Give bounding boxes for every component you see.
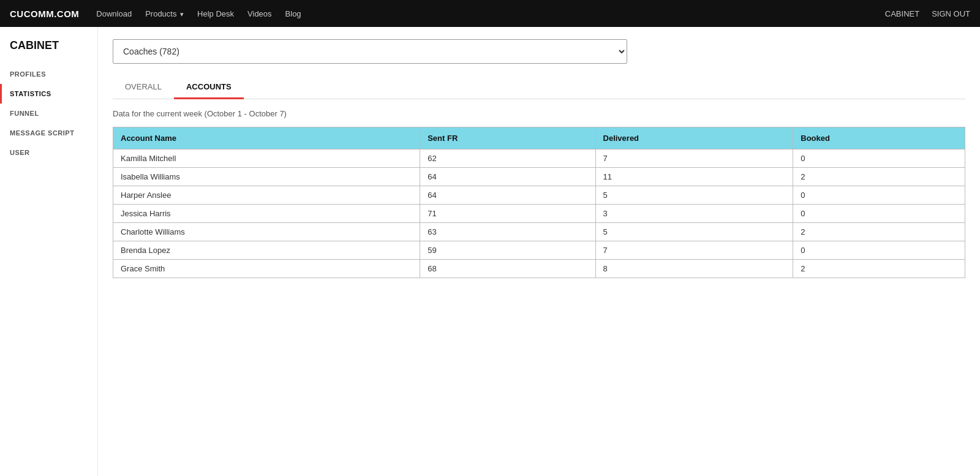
cell-sent_fr-0: 62 [420, 149, 595, 168]
coaches-dropdown[interactable]: Coaches (782) [113, 39, 627, 64]
sidebar-item-user[interactable]: USER [0, 143, 97, 162]
cell-sent_fr-3: 71 [420, 205, 595, 223]
cell-sent_fr-1: 64 [420, 168, 595, 186]
navbar-left: CUCOMM.COM Download Products ▾ Help Desk… [10, 9, 301, 19]
cell-booked-5: 0 [793, 241, 965, 260]
cell-delivered-0: 7 [595, 149, 793, 168]
table-row: Grace Smith6882 [113, 260, 965, 278]
tabs: OVERALL ACCOUNTS [113, 76, 965, 99]
cell-account_name-1: Isabella Williams [113, 168, 420, 186]
nav-blog[interactable]: Blog [285, 9, 301, 18]
cell-sent_fr-5: 59 [420, 241, 595, 260]
navbar-links: Download Products ▾ Help Desk Videos Blo… [96, 9, 301, 18]
col-header-account-name: Account Name [113, 127, 420, 149]
layout: CABINET PROFILES STATISTICS FUNNEL MESSA… [0, 27, 980, 476]
table-header-row: Account Name Sent FR Delivered Booked [113, 127, 965, 149]
statistics-table: Account Name Sent FR Delivered Booked Ka… [113, 127, 965, 278]
col-header-sent-fr: Sent FR [420, 127, 595, 149]
navbar-right: CABINET SIGN OUT [885, 9, 970, 18]
nav-cabinet[interactable]: CABINET [885, 9, 919, 18]
nav-sign-out[interactable]: SIGN OUT [932, 9, 970, 18]
table-row: Kamilla Mitchell6270 [113, 149, 965, 168]
sidebar-item-message-script[interactable]: MESSAGE SCRIPT [0, 123, 97, 143]
cell-booked-1: 2 [793, 168, 965, 186]
tab-overall[interactable]: OVERALL [113, 76, 174, 99]
products-arrow-icon: ▾ [180, 10, 184, 18]
coaches-dropdown-wrapper: Coaches (782) [113, 39, 965, 64]
cell-account_name-0: Kamilla Mitchell [113, 149, 420, 168]
cell-delivered-6: 8 [595, 260, 793, 278]
cell-sent_fr-4: 63 [420, 223, 595, 241]
nav-help-desk[interactable]: Help Desk [197, 9, 234, 18]
cell-account_name-4: Charlotte Williams [113, 223, 420, 241]
nav-videos[interactable]: Videos [247, 9, 272, 18]
cell-delivered-2: 5 [595, 186, 793, 205]
table-row: Isabella Williams64112 [113, 168, 965, 186]
table-row: Brenda Lopez5970 [113, 241, 965, 260]
cell-booked-4: 2 [793, 223, 965, 241]
data-info: Data for the current week (October 1 - O… [113, 109, 965, 118]
table-row: Charlotte Williams6352 [113, 223, 965, 241]
table-row: Harper Anslee6450 [113, 186, 965, 205]
cell-account_name-3: Jessica Harris [113, 205, 420, 223]
table-row: Jessica Harris7130 [113, 205, 965, 223]
cell-booked-3: 0 [793, 205, 965, 223]
navbar: CUCOMM.COM Download Products ▾ Help Desk… [0, 0, 980, 27]
cell-delivered-1: 11 [595, 168, 793, 186]
cell-delivered-3: 3 [595, 205, 793, 223]
tab-accounts[interactable]: ACCOUNTS [174, 76, 244, 99]
cell-booked-6: 2 [793, 260, 965, 278]
col-header-delivered: Delivered [595, 127, 793, 149]
cell-delivered-5: 7 [595, 241, 793, 260]
cell-sent_fr-6: 68 [420, 260, 595, 278]
cell-account_name-2: Harper Anslee [113, 186, 420, 205]
cell-account_name-5: Brenda Lopez [113, 241, 420, 260]
cell-delivered-4: 5 [595, 223, 793, 241]
sidebar: CABINET PROFILES STATISTICS FUNNEL MESSA… [0, 27, 98, 476]
col-header-booked: Booked [793, 127, 965, 149]
sidebar-item-statistics[interactable]: STATISTICS [0, 84, 97, 104]
cell-sent_fr-2: 64 [420, 186, 595, 205]
sidebar-item-profiles[interactable]: PROFILES [0, 64, 97, 84]
sidebar-item-funnel[interactable]: FUNNEL [0, 104, 97, 123]
main-content: Coaches (782) OVERALL ACCOUNTS Data for … [98, 27, 980, 476]
navbar-logo[interactable]: CUCOMM.COM [10, 9, 79, 19]
nav-download[interactable]: Download [96, 9, 132, 18]
cell-booked-2: 0 [793, 186, 965, 205]
cell-account_name-6: Grace Smith [113, 260, 420, 278]
nav-products[interactable]: Products ▾ [145, 9, 184, 18]
sidebar-title: CABINET [0, 39, 97, 64]
cell-booked-0: 0 [793, 149, 965, 168]
